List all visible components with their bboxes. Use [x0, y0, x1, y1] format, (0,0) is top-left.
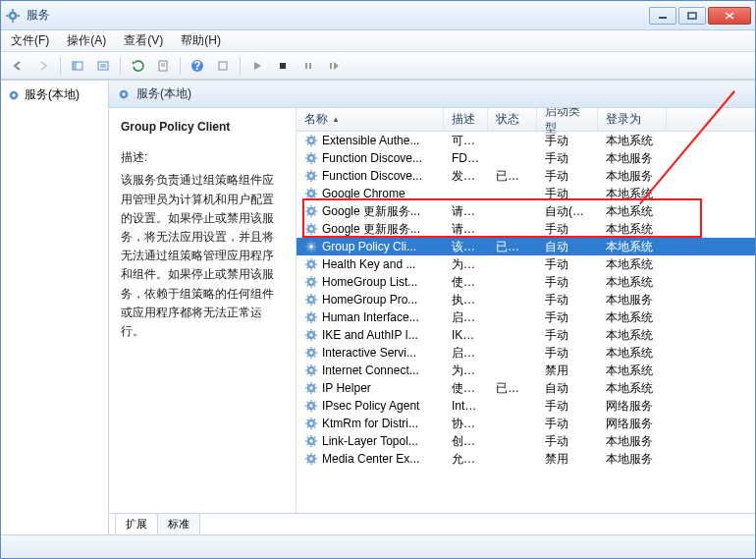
forward-button[interactable] [32, 55, 54, 77]
pause-button[interactable] [297, 55, 319, 77]
services-window: 服务 文件(F) 操作(A) 查看(V) 帮助(H) ? [0, 0, 756, 559]
svg-line-165 [307, 366, 308, 367]
cell-status [488, 299, 537, 301]
cell-logon: 本地服务 [598, 450, 667, 469]
menu-action[interactable]: 操作(A) [63, 30, 110, 51]
svg-line-35 [307, 137, 308, 138]
menu-view[interactable]: 查看(V) [120, 30, 167, 51]
table-row[interactable]: Extensible Authe...可扩...手动本地系统 [297, 132, 755, 149]
export-button[interactable] [92, 55, 114, 77]
grid-header: 名称▲ 描述 状态 启动类型 登录为 [297, 108, 755, 132]
table-row[interactable]: Google 更新服务...请确...手动本地系统 [297, 220, 755, 238]
minimize-button[interactable] [649, 7, 676, 25]
table-row[interactable]: HomeGroup List...使本...手动本地系统 [297, 273, 755, 291]
gear-icon [304, 417, 318, 430]
table-row[interactable]: Human Interface...启用...手动本地系统 [297, 308, 755, 326]
grid-body[interactable]: Extensible Authe...可扩...手动本地系统Function D… [297, 132, 755, 468]
separator [120, 57, 121, 75]
extra-button[interactable] [212, 55, 234, 77]
svg-rect-23 [309, 63, 311, 69]
svg-line-156 [314, 356, 315, 357]
table-row[interactable]: Health Key and ...为网...手动本地系统 [297, 255, 755, 273]
table-row[interactable]: Google 更新服务...请确...自动(延迟...本地系统 [297, 202, 755, 220]
cell-name: Function Discove... [322, 151, 422, 165]
menu-help[interactable]: 帮助(H) [177, 30, 225, 51]
cell-status [488, 228, 537, 230]
table-row[interactable]: Internet Connect...为家...禁用本地系统 [297, 362, 755, 379]
gear-icon [304, 204, 318, 218]
svg-line-116 [314, 285, 315, 286]
cell-name: KtmRm for Distri... [322, 417, 418, 430]
cell-name: HomeGroup Pro... [322, 293, 417, 307]
cell-desc [444, 193, 488, 195]
col-status[interactable]: 状态 [488, 108, 537, 131]
table-row[interactable]: Group Policy Cli...该服...已启动自动本地系统 [297, 238, 755, 255]
gear-icon [304, 169, 318, 183]
cell-startup: 自动 [537, 238, 598, 256]
col-logon[interactable]: 登录为 [598, 108, 667, 131]
menu-file[interactable]: 文件(F) [7, 30, 53, 51]
col-desc[interactable]: 描述 [444, 108, 488, 131]
svg-line-137 [307, 320, 308, 321]
col-startup[interactable]: 启动类型 [537, 108, 598, 131]
table-row[interactable]: HomeGroup Pro...执行...手动本地服务 [297, 291, 755, 308]
table-row[interactable]: Google Chrome手动本地系统 [297, 185, 755, 202]
close-button[interactable] [708, 7, 751, 25]
restart-button[interactable] [323, 55, 345, 77]
cell-desc: 可扩... [444, 132, 488, 150]
gear-icon [304, 310, 318, 324]
cell-name: Google Chrome [322, 187, 405, 200]
start-button[interactable] [246, 55, 268, 77]
cell-startup: 手动 [537, 308, 598, 327]
cell-name: Health Key and ... [322, 257, 415, 271]
gear-icon [304, 257, 318, 271]
cell-name: Google 更新服务... [322, 203, 420, 220]
table-row[interactable]: IP Helper使用...已启动自动本地系统 [297, 379, 755, 397]
svg-point-150 [309, 351, 313, 355]
gear-icon [304, 452, 318, 466]
tree-pane[interactable]: 服务(本地) [1, 81, 109, 534]
svg-line-57 [307, 179, 308, 180]
show-hide-button[interactable] [67, 55, 88, 77]
toolbar: ? [1, 52, 755, 80]
gear-icon [304, 222, 318, 236]
cell-desc: 启用... [444, 308, 488, 327]
table-row[interactable]: Media Center Ex...允许...禁用本地服务 [297, 450, 755, 468]
refresh-button[interactable] [127, 55, 148, 77]
table-row[interactable]: Interactive Servi...启用...手动本地系统 [297, 344, 755, 362]
table-row[interactable]: Link-Layer Topol...创建...手动本地服务 [297, 432, 755, 450]
titlebar[interactable]: 服务 [1, 1, 755, 30]
properties-button[interactable] [152, 55, 174, 77]
svg-point-130 [309, 315, 313, 319]
gear-icon [304, 381, 318, 395]
cell-startup: 手动 [537, 415, 598, 433]
tab-extended[interactable]: 扩展 [115, 513, 158, 534]
window-title: 服务 [27, 7, 649, 24]
svg-point-50 [309, 174, 313, 178]
cell-logon: 本地系统 [598, 220, 667, 239]
col-name[interactable]: 名称▲ [297, 108, 444, 131]
svg-line-125 [307, 296, 308, 297]
table-row[interactable]: IPsec Policy AgentInter...手动网络服务 [297, 397, 755, 415]
table-row[interactable]: KtmRm for Distri...协调...手动网络服务 [297, 415, 755, 432]
svg-text:?: ? [193, 59, 200, 73]
back-button[interactable] [7, 55, 28, 77]
svg-line-128 [314, 296, 315, 297]
svg-line-168 [314, 366, 315, 367]
maximize-button[interactable] [678, 7, 706, 25]
stop-button[interactable] [272, 55, 294, 77]
tree-root-item[interactable]: 服务(本地) [5, 84, 104, 105]
gear-icon [117, 87, 131, 101]
cell-desc: 执行... [444, 291, 488, 309]
help-button[interactable]: ? [187, 55, 208, 77]
gear-icon [304, 134, 318, 147]
table-row[interactable]: Function Discove...发布...已启动手动本地服务 [297, 167, 755, 185]
svg-point-110 [309, 280, 313, 284]
table-row[interactable]: IKE and AuthIP I...IKEE...手动本地系统 [297, 326, 755, 344]
tab-standard[interactable]: 标准 [157, 513, 200, 534]
svg-line-148 [314, 331, 315, 332]
svg-line-78 [314, 207, 315, 208]
svg-point-180 [309, 404, 313, 408]
cell-startup: 手动 [537, 326, 598, 345]
table-row[interactable]: Function Discove...FDP...手动本地服务 [297, 149, 755, 167]
